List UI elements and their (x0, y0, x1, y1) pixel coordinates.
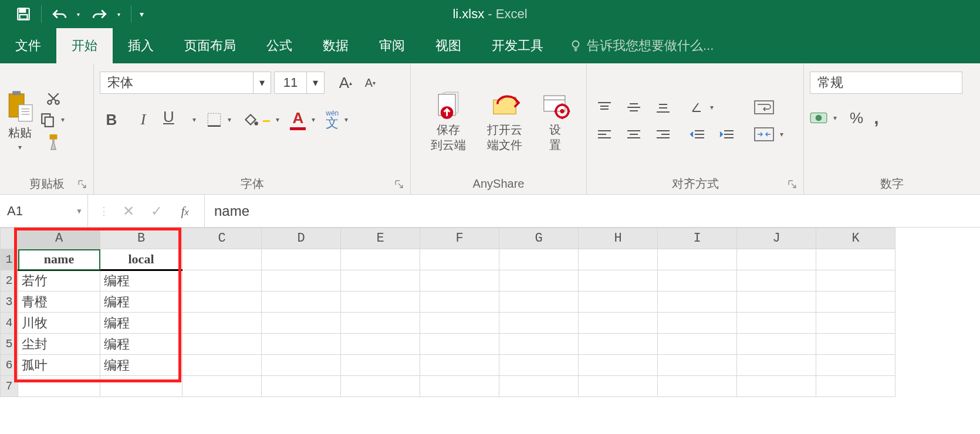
cell[interactable] (816, 334, 895, 355)
cell[interactable] (499, 313, 579, 334)
tab-home[interactable]: 开始 (56, 28, 113, 63)
cell-B4[interactable]: 编程 (100, 313, 183, 334)
col-header-K[interactable]: K (816, 228, 895, 249)
cell[interactable] (420, 355, 499, 376)
orientation-button[interactable]: ▾ (685, 97, 721, 118)
copy-button[interactable]: ▾ (40, 112, 67, 127)
redo-icon[interactable] (88, 0, 111, 28)
increase-font-button[interactable]: A▴ (334, 72, 357, 94)
col-header-H[interactable]: H (579, 228, 658, 249)
name-box[interactable]: A1 ▼ (0, 195, 88, 227)
save-icon[interactable] (12, 0, 35, 28)
cell[interactable] (420, 376, 499, 397)
align-top-button[interactable] (593, 97, 616, 118)
increase-indent-button[interactable] (715, 124, 738, 145)
cell[interactable] (579, 334, 658, 355)
cell[interactable] (658, 270, 737, 291)
accounting-format-button[interactable]: ▾ (810, 110, 839, 126)
worksheet[interactable]: A B C D E F G H I J K 1 name local 2 (0, 228, 980, 397)
cell[interactable] (262, 313, 341, 334)
undo-icon[interactable] (48, 0, 71, 28)
chevron-down-icon[interactable]: ▾ (273, 116, 282, 124)
tab-file[interactable]: 文件 (0, 28, 56, 63)
align-bottom-button[interactable] (651, 97, 675, 118)
enter-formula-button[interactable]: ✓ (148, 203, 165, 219)
save-to-cloud-button[interactable]: 保存 到云端 (422, 89, 475, 152)
font-color-button[interactable]: A ▾ (290, 109, 317, 130)
cell[interactable] (579, 313, 658, 334)
cell[interactable] (658, 334, 737, 355)
cell[interactable] (262, 291, 341, 313)
cell[interactable] (262, 249, 341, 270)
dialog-launcher-icon[interactable] (78, 180, 89, 191)
cell[interactable] (499, 270, 579, 291)
row-header-2[interactable]: 2 (1, 270, 18, 291)
cell-B6[interactable]: 编程 (100, 355, 183, 376)
border-button[interactable]: ▾ (207, 112, 234, 127)
font-name-select[interactable]: 宋体 ▾ (100, 72, 271, 94)
col-header-J[interactable]: J (737, 228, 816, 249)
cell[interactable] (420, 313, 499, 334)
cell[interactable] (499, 249, 579, 270)
cell[interactable] (262, 376, 341, 397)
tab-formulas[interactable]: 公式 (251, 28, 307, 63)
cell[interactable] (262, 334, 341, 355)
cell-A6[interactable]: 孤叶 (18, 355, 100, 376)
cell[interactable] (816, 270, 895, 291)
cell[interactable] (499, 355, 579, 376)
cell[interactable] (341, 355, 420, 376)
cell[interactable] (737, 313, 816, 334)
cell[interactable] (499, 376, 579, 397)
cell[interactable] (658, 249, 737, 270)
cell[interactable] (658, 291, 737, 313)
cell[interactable] (420, 270, 499, 291)
align-middle-button[interactable] (622, 97, 646, 118)
tab-review[interactable]: 审阅 (364, 28, 420, 63)
cell-B3[interactable]: 编程 (100, 291, 183, 313)
tab-page-layout[interactable]: 页面布局 (169, 28, 251, 63)
cell[interactable] (579, 249, 658, 270)
cell[interactable] (816, 313, 895, 334)
cell-A5[interactable]: 尘封 (18, 334, 100, 355)
cut-button[interactable] (46, 91, 61, 106)
chevron-down-icon[interactable]: ▾ (306, 72, 324, 93)
align-center-button[interactable] (622, 124, 646, 145)
redo-dropdown-icon[interactable]: ▾ (113, 11, 125, 18)
cell[interactable] (183, 355, 262, 376)
paste-button[interactable]: 粘贴 ▾ (6, 90, 34, 151)
cell[interactable] (579, 376, 658, 397)
row-header-5[interactable]: 5 (1, 334, 18, 355)
decrease-font-button[interactable]: A▾ (359, 72, 382, 94)
cell[interactable] (499, 334, 579, 355)
col-header-A[interactable]: A (18, 228, 100, 249)
cell[interactable] (18, 376, 100, 397)
chevron-down-icon[interactable]: ▾ (16, 143, 24, 151)
cell[interactable] (737, 376, 816, 397)
cell[interactable] (183, 313, 262, 334)
chevron-down-icon[interactable]: ▾ (342, 116, 350, 124)
chevron-down-icon[interactable]: ▼ (76, 207, 83, 215)
cell[interactable] (579, 355, 658, 376)
chevron-down-icon[interactable]: ▾ (253, 72, 271, 93)
dialog-launcher-icon[interactable] (788, 180, 799, 191)
cell[interactable] (420, 334, 499, 355)
fill-color-button[interactable]: ▾ (242, 111, 282, 128)
insert-function-button[interactable]: fx (176, 204, 194, 219)
cell[interactable] (341, 249, 420, 270)
chevron-down-icon[interactable]: ▾ (831, 114, 839, 122)
tab-data[interactable]: 数据 (307, 28, 364, 63)
row-header-4[interactable]: 4 (1, 313, 18, 334)
col-header-E[interactable]: E (341, 228, 420, 249)
col-header-C[interactable]: C (183, 228, 262, 249)
cell[interactable] (341, 334, 420, 355)
chevron-down-icon[interactable]: ▾ (309, 116, 317, 124)
italic-button[interactable]: I (131, 108, 155, 131)
cell[interactable] (499, 291, 579, 313)
open-cloud-file-button[interactable]: 打开云 端文件 (478, 89, 531, 152)
merge-center-button[interactable]: ▾ (749, 124, 791, 145)
decrease-indent-button[interactable] (685, 124, 709, 145)
chevron-down-icon[interactable]: ▾ (59, 116, 67, 124)
cell-A4[interactable]: 川牧 (18, 313, 100, 334)
cell[interactable] (737, 334, 816, 355)
col-header-D[interactable]: D (262, 228, 341, 249)
